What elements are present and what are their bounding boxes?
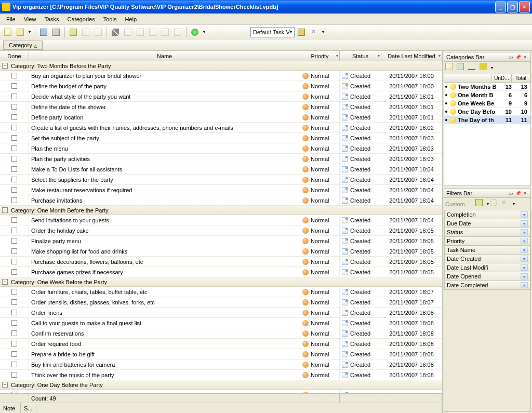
category-row[interactable]: •One Day Befo1010 <box>444 108 530 116</box>
done-checkbox[interactable] <box>11 166 17 172</box>
cat-edit-button[interactable] <box>457 63 467 73</box>
task-row[interactable]: Send invitations to your guestsNormalCre… <box>0 215 442 225</box>
task-row[interactable]: Pick up the cakeNormalCreated20/11/2007 … <box>0 390 442 393</box>
col-date[interactable]: Date Last Modified▾ <box>381 51 442 61</box>
template-delete-button[interactable]: ✕ <box>308 26 320 38</box>
col-done[interactable]: Done <box>0 51 29 61</box>
filter-more-dropdown[interactable]: ▾ <box>513 202 515 206</box>
task-row[interactable]: Order required foodNormalCreated20/11/20… <box>0 339 442 349</box>
filter-row[interactable]: Date Completed▾ <box>444 281 530 290</box>
copy-button[interactable] <box>122 26 134 38</box>
collapse-icon[interactable]: − <box>2 207 8 213</box>
filters-pin-icon[interactable]: 📌 <box>515 190 521 196</box>
cat-sort-button[interactable] <box>480 63 490 73</box>
cat-col-total[interactable]: Total <box>512 74 530 82</box>
task-row[interactable]: Finalize party menuNormalCreated20/11/20… <box>0 236 442 246</box>
cat-sort-dropdown[interactable]: ▾ <box>491 65 493 70</box>
menu-file[interactable]: File <box>2 15 20 23</box>
task-row[interactable]: Create a list of guests with their names… <box>0 123 442 133</box>
action-dropdown[interactable]: ▾ <box>202 26 207 38</box>
undo-button[interactable] <box>80 26 91 38</box>
done-checkbox[interactable] <box>11 145 17 151</box>
done-checkbox[interactable] <box>11 310 17 315</box>
done-checkbox[interactable] <box>11 341 17 347</box>
print-button[interactable] <box>50 26 62 38</box>
tool-b-button[interactable] <box>172 26 183 38</box>
collapse-icon[interactable]: − <box>2 279 8 285</box>
task-row[interactable]: Prepare a bride-to-be giftNormalCreated2… <box>0 349 442 359</box>
task-row[interactable]: Think over the music of the partyNormalC… <box>0 370 442 380</box>
done-checkbox[interactable] <box>11 156 17 162</box>
tool-a-button[interactable] <box>159 26 171 38</box>
done-checkbox[interactable] <box>11 330 17 336</box>
filter-clear-button[interactable] <box>490 199 500 209</box>
done-checkbox[interactable] <box>11 114 17 120</box>
filter-row[interactable]: Due Date▾ <box>444 219 530 228</box>
filter-row[interactable]: Priority▾ <box>444 237 530 246</box>
delete-button[interactable] <box>147 26 158 38</box>
filter-row[interactable]: Date Created▾ <box>444 255 530 263</box>
done-checkbox[interactable] <box>11 135 17 141</box>
filter-dropdown-icon[interactable]: ▾ <box>521 229 528 235</box>
filter-dropdown-icon[interactable]: ▾ <box>521 238 528 244</box>
done-checkbox[interactable] <box>11 197 17 203</box>
col-status[interactable]: Status▾ <box>340 51 381 61</box>
done-checkbox[interactable] <box>11 228 17 233</box>
task-template-combo[interactable]: Default Task V <box>250 27 295 37</box>
action-button[interactable] <box>189 26 201 38</box>
group-row[interactable]: −Category: Two Months Before the Party <box>0 61 442 71</box>
filter-dropdown-icon[interactable]: ▾ <box>521 247 528 253</box>
task-row[interactable]: Order utensils, dishes, glasses, knives,… <box>0 297 442 308</box>
done-checkbox[interactable] <box>11 238 17 244</box>
filter-row[interactable]: Date Last Modifi▾ <box>444 263 530 272</box>
panel-pin-icon[interactable]: 📌 <box>515 54 521 60</box>
grid-body[interactable]: −Category: Two Months Before the PartyBu… <box>0 61 442 393</box>
task-row[interactable]: Buy film and batteries for cameraNormalC… <box>0 359 442 370</box>
filter-dropdown-icon[interactable]: ▾ <box>521 273 528 279</box>
col-priority[interactable]: Priority▾ <box>300 51 340 61</box>
panel-close-icon[interactable]: ✕ <box>522 54 528 60</box>
filters-dock-icon[interactable]: ▭ <box>508 190 514 196</box>
template-more-dropdown[interactable]: ▾ <box>321 26 326 38</box>
collapse-icon[interactable]: − <box>2 382 8 388</box>
task-row[interactable]: Purchase invitationsNormalCreated20/11/2… <box>0 195 442 206</box>
group-row[interactable]: −Category: One Month Before the Party <box>0 206 442 215</box>
done-checkbox[interactable] <box>11 289 17 295</box>
filter-dropdown-icon[interactable]: ▾ <box>521 211 528 218</box>
filter-dropdown-icon[interactable]: ▾ <box>521 282 528 288</box>
maximize-button[interactable]: ▢ <box>507 2 518 12</box>
task-row[interactable]: Define the budget of the partyNormalCrea… <box>0 81 442 91</box>
done-checkbox[interactable] <box>11 83 17 89</box>
done-checkbox[interactable] <box>11 177 17 182</box>
task-row[interactable]: Define the date of the showerNormalCreat… <box>0 102 442 112</box>
category-row[interactable]: •One Week Be99 <box>444 99 530 108</box>
filter-dropdown-icon[interactable]: ▾ <box>521 220 528 227</box>
category-row[interactable]: •One Month B66 <box>444 91 530 99</box>
task-row[interactable]: Set the subject of the partyNormalCreate… <box>0 133 442 143</box>
redo-button[interactable] <box>92 26 104 38</box>
done-checkbox[interactable] <box>11 372 17 378</box>
menu-help[interactable]: Help <box>121 15 141 23</box>
task-row[interactable]: Purchase decorations, flowers, balloons,… <box>0 257 442 267</box>
done-checkbox[interactable] <box>11 187 17 193</box>
filter-apply-button[interactable] <box>475 199 486 209</box>
close-button[interactable]: × <box>519 2 530 12</box>
task-row[interactable]: Buy an organizer to plan your bridal sho… <box>0 71 442 81</box>
task-row[interactable]: Order linensNormalCreated20/11/2007 18:0… <box>0 308 442 318</box>
cat-col-undone[interactable]: UnD... <box>492 74 512 82</box>
filter-apply-dropdown[interactable]: ▾ <box>487 202 489 206</box>
group-row[interactable]: −Category: One Week Before the Party <box>0 277 442 287</box>
task-row[interactable]: Make a To Do Lists for all assistantsNor… <box>0 164 442 175</box>
task-row[interactable]: Order the holiday cakeNormalCreated20/11… <box>0 225 442 236</box>
cat-col-name[interactable] <box>444 74 492 82</box>
filter-preset-combo[interactable]: Custom <box>445 201 474 207</box>
done-checkbox[interactable] <box>11 94 17 99</box>
cat-new-button[interactable] <box>445 63 456 73</box>
filter-dropdown-icon[interactable]: ▾ <box>521 256 528 262</box>
save-button[interactable] <box>38 26 49 38</box>
task-row[interactable]: Plan the menuNormalCreated20/11/2007 18:… <box>0 143 442 154</box>
task-row[interactable]: Make restaurant reservations if required… <box>0 185 442 195</box>
done-checkbox[interactable] <box>11 73 17 78</box>
task-row[interactable]: Purchase games prizes if necessaryNormal… <box>0 267 442 277</box>
paste-button[interactable] <box>135 26 146 38</box>
